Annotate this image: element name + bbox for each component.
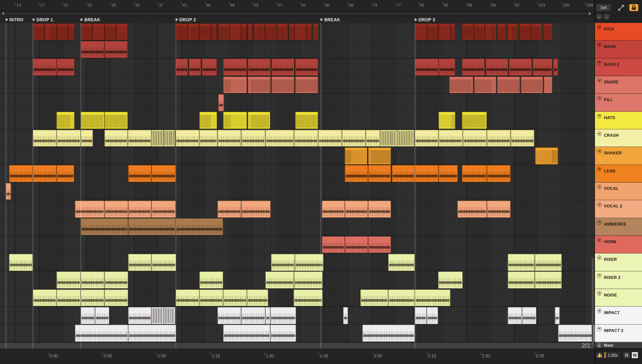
clip-crash[interactable]: [463, 130, 487, 147]
clip-hats[interactable]: [200, 112, 217, 129]
clip-kick[interactable]: [427, 23, 439, 40]
clip-impact[interactable]: [270, 307, 296, 324]
clip-vocal-2[interactable]: [241, 200, 270, 218]
lock-button[interactable]: [629, 4, 638, 11]
clip-impact[interactable]: [164, 307, 175, 324]
track-header-noise[interactable]: NOISE: [595, 289, 642, 307]
clip-riser-2[interactable]: [535, 272, 562, 289]
clip-kick[interactable]: [313, 23, 318, 40]
clip-bass-2[interactable]: [553, 59, 558, 76]
clip-kick[interactable]: [289, 23, 294, 40]
clip-impact-2[interactable]: [223, 324, 270, 342]
clip-lead[interactable]: [368, 165, 391, 182]
track-header-lead[interactable]: LEAD: [595, 165, 642, 183]
clip-kick[interactable]: [200, 23, 212, 40]
clip-kick[interactable]: [68, 23, 74, 40]
clip-crash[interactable]: [510, 130, 534, 147]
clip-snare[interactable]: [449, 76, 474, 94]
clip-bass-2[interactable]: [248, 59, 270, 76]
clip-bass-2[interactable]: [295, 59, 318, 76]
fold-icon[interactable]: [597, 25, 602, 29]
fold-icon[interactable]: [597, 149, 602, 154]
clip-crash[interactable]: [241, 130, 266, 147]
clip-kick[interactable]: [462, 23, 474, 40]
clip-bass-2[interactable]: [189, 59, 201, 76]
fold-icon[interactable]: [597, 273, 602, 278]
clip-bass-2[interactable]: [462, 59, 485, 76]
clip-noise[interactable]: [360, 289, 388, 306]
clip-vocal-2[interactable]: [218, 200, 241, 218]
track-header-fill[interactable]: FILL: [595, 94, 642, 112]
track-header-shaker[interactable]: SHAKER: [595, 147, 642, 165]
clip-riser[interactable]: [9, 254, 33, 271]
fold-icon[interactable]: [597, 60, 602, 65]
clip-snare[interactable]: [544, 76, 552, 94]
clip-lead[interactable]: [345, 165, 368, 182]
track-header-hats[interactable]: HATS: [595, 112, 642, 130]
fold-icon[interactable]: [597, 202, 602, 207]
clip-riser[interactable]: [271, 254, 295, 271]
clip-hats[interactable]: [223, 112, 247, 129]
clip-crash[interactable]: [438, 130, 463, 147]
clip-kick[interactable]: [265, 23, 276, 40]
clip-bass-2[interactable]: [486, 59, 508, 76]
clip-kick[interactable]: [543, 23, 552, 40]
clip-impact[interactable]: [522, 307, 536, 324]
clip-bass-2[interactable]: [223, 59, 247, 76]
clip-riser-2[interactable]: [508, 272, 534, 289]
clip-kick[interactable]: [248, 23, 252, 40]
clip-ambience[interactable]: [128, 218, 176, 235]
clip-vocal-2[interactable]: [104, 200, 128, 218]
track-header-ambience[interactable]: AMBIENCE: [595, 218, 642, 236]
clip-kick[interactable]: [81, 23, 93, 40]
clip-noise[interactable]: [223, 289, 247, 306]
clip-vocal-2[interactable]: [457, 200, 487, 218]
clip-riser[interactable]: [128, 254, 152, 271]
clip-shaker[interactable]: [535, 147, 558, 164]
clip-kick[interactable]: [241, 23, 247, 40]
clip-impact[interactable]: [427, 307, 438, 324]
clip-lead[interactable]: [9, 165, 33, 182]
clip-noise[interactable]: [294, 289, 323, 306]
clip-bass-2[interactable]: [509, 59, 532, 76]
clip-kick[interactable]: [415, 23, 427, 40]
locator-strip[interactable]: INTRODROP 1BREAKDROP 2BREAKDROP 3: [0, 16, 594, 23]
clip-crash[interactable]: [176, 130, 200, 147]
clip-riser[interactable]: [535, 254, 562, 271]
clip-kick[interactable]: [212, 23, 217, 40]
clip-kick[interactable]: [218, 23, 229, 40]
clip-kick[interactable]: [531, 23, 542, 40]
track-header-bass[interactable]: BASS: [595, 40, 642, 58]
clip-hats[interactable]: [56, 112, 74, 129]
clip-crash[interactable]: [380, 130, 397, 147]
bar-ruler[interactable]: 1317212529333741454953576165697377818589…: [0, 0, 594, 12]
clip-snare[interactable]: [474, 76, 496, 94]
clip-noise[interactable]: [247, 289, 268, 306]
clip-impact-2[interactable]: [362, 324, 415, 342]
clip-lead[interactable]: [415, 165, 438, 182]
fold-icon[interactable]: [597, 185, 602, 189]
track-header-vocal-2[interactable]: VOCAL 2: [595, 200, 642, 218]
clip-impact[interactable]: [265, 307, 270, 324]
clip-bass-2[interactable]: [415, 59, 438, 76]
back-arrow-button[interactable]: ←: [596, 14, 602, 20]
clip-lead[interactable]: [462, 165, 487, 182]
clip-noise[interactable]: [176, 289, 200, 306]
clip-bass-2[interactable]: [176, 59, 188, 76]
clip-lead[interactable]: [56, 165, 74, 182]
clip-riser[interactable]: [388, 254, 415, 271]
clip-crash[interactable]: [200, 130, 218, 147]
clip-bass-2[interactable]: [202, 59, 217, 76]
clip-riser[interactable]: [152, 254, 176, 271]
clip-crash[interactable]: [81, 130, 93, 147]
clip-crash[interactable]: [164, 130, 176, 147]
clip-hats[interactable]: [81, 112, 104, 129]
playback-speed-display[interactable]: 1.00x: [604, 352, 620, 358]
clip-vocal-2[interactable]: [128, 200, 152, 218]
track-header-riser[interactable]: RISER: [595, 254, 642, 271]
zoom-height-button[interactable]: H: [624, 352, 630, 358]
track-header-snare[interactable]: SNARE: [595, 76, 642, 94]
clip-riser[interactable]: [295, 254, 324, 271]
clip-impact[interactable]: [343, 307, 348, 324]
clip-kick[interactable]: [56, 23, 68, 40]
